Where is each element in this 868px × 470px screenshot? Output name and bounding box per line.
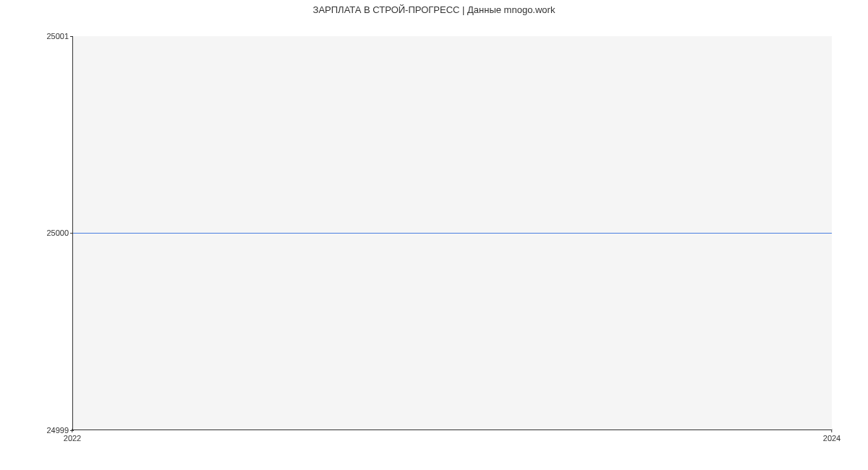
y-tick-25001: 25001 bbox=[46, 32, 69, 40]
chart-container: ЗАРПЛАТА В СТРОЙ-ПРОГРЕСС | Данные mnogo… bbox=[0, 0, 868, 470]
data-line bbox=[73, 233, 832, 234]
plot-area bbox=[72, 36, 832, 430]
x-tick-2022: 2022 bbox=[64, 434, 81, 443]
y-tick-25000: 25000 bbox=[46, 228, 69, 237]
y-tick-label: 25001 bbox=[46, 32, 69, 40]
y-tick-label: 25000 bbox=[46, 228, 69, 237]
x-tick-2024: 2024 bbox=[823, 434, 841, 443]
x-tick-label: 2022 bbox=[64, 434, 81, 443]
chart-title: ЗАРПЛАТА В СТРОЙ-ПРОГРЕСС | Данные mnogo… bbox=[0, 4, 868, 15]
x-tick-label: 2024 bbox=[823, 434, 841, 443]
